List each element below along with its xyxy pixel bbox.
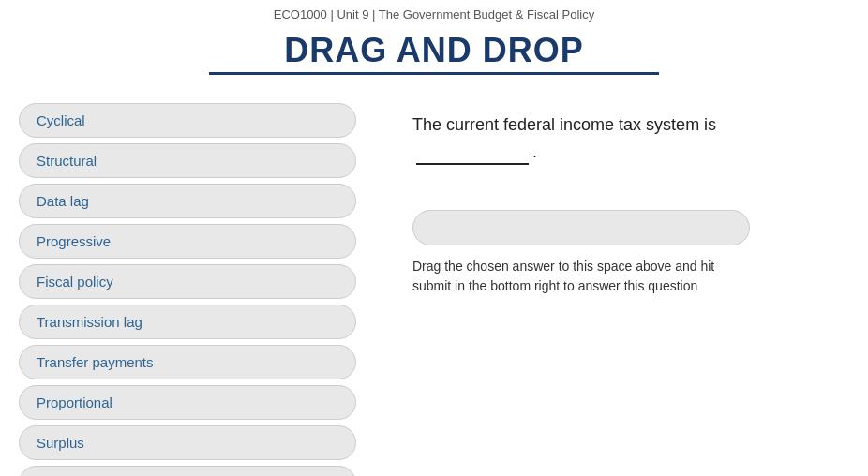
drop-zone[interactable] [412, 210, 750, 245]
breadcrumb: ECO1000 | Unit 9 | The Government Budget… [0, 0, 868, 25]
question-panel: The current federal income tax system is… [394, 103, 849, 476]
page-title: DRAG AND DROP [0, 25, 868, 72]
drag-item-supply-side[interactable]: Supply-side [19, 466, 356, 476]
answer-blank [416, 138, 529, 165]
drag-items-panel: CyclicalStructuralData lagProgressiveFis… [19, 103, 366, 476]
question-text-after: . [532, 142, 537, 161]
drag-item-structural[interactable]: Structural [19, 143, 356, 178]
drop-hint: Drag the chosen answer to this space abo… [412, 257, 750, 296]
drag-item-data-lag[interactable]: Data lag [19, 184, 356, 218]
drag-item-fiscal-policy[interactable]: Fiscal policy [19, 264, 356, 299]
drag-item-transfer-payments[interactable]: Transfer payments [19, 345, 356, 379]
question-text-before: The current federal income tax system is [412, 115, 716, 134]
drag-item-progressive[interactable]: Progressive [19, 224, 356, 259]
question-text: The current federal income tax system is… [412, 112, 831, 165]
title-underline [209, 72, 659, 75]
drag-item-cyclical[interactable]: Cyclical [19, 103, 356, 138]
drag-item-surplus[interactable]: Surplus [19, 425, 356, 460]
drag-item-transmission-lag[interactable]: Transmission lag [19, 305, 356, 339]
drag-item-proportional[interactable]: Proportional [19, 385, 356, 420]
